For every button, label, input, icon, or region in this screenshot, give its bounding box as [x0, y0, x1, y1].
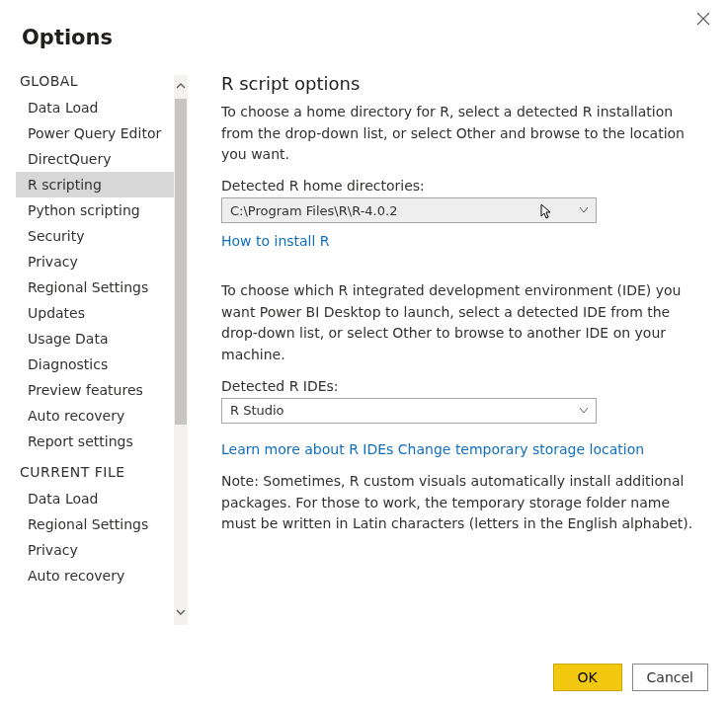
sidebar-item-security[interactable]: Security [16, 223, 188, 249]
scrollbar-thumb[interactable] [175, 99, 187, 425]
sidebar-section-global: GLOBAL [16, 67, 188, 95]
chevron-down-icon [580, 205, 588, 215]
panel-heading: R script options [221, 73, 708, 94]
sidebar-item-auto-recovery[interactable]: Auto recovery [16, 403, 188, 429]
sidebar-item-python-scripting[interactable]: Python scripting [16, 197, 188, 223]
sidebar-item-power-query-editor[interactable]: Power Query Editor [16, 120, 188, 146]
intro-text: To choose a home directory for R, select… [221, 102, 708, 166]
sidebar-item-report-settings[interactable]: Report settings [16, 429, 188, 454]
chevron-down-icon [580, 406, 588, 416]
close-icon[interactable] [692, 8, 714, 33]
sidebar-item-directquery[interactable]: DirectQuery [16, 146, 188, 172]
sidebar-item-r-scripting[interactable]: R scripting [16, 172, 174, 197]
dialog-title: Options [0, 0, 728, 67]
sidebar-item-diagnostics[interactable]: Diagnostics [16, 352, 188, 377]
ide-value: R Studio [230, 403, 284, 418]
sidebar-scrollbar[interactable] [174, 75, 188, 625]
ide-paragraph: To choose which R integrated development… [221, 280, 708, 366]
cursor-icon [540, 203, 554, 224]
sidebar-section-current-file: CURRENT FILE [16, 454, 188, 486]
sidebar-item-cf-regional-settings[interactable]: Regional Settings [16, 511, 188, 537]
home-dir-value: C:\Program Files\R\R-4.0.2 [230, 203, 397, 218]
ok-button[interactable]: OK [553, 664, 622, 691]
chevron-down-icon[interactable] [174, 603, 188, 623]
sidebar-item-cf-data-load[interactable]: Data Load [16, 486, 188, 511]
sidebar-item-usage-data[interactable]: Usage Data [16, 326, 188, 352]
home-dir-label: Detected R home directories: [221, 178, 708, 194]
ide-dropdown[interactable]: R Studio [221, 398, 597, 424]
sidebar-item-cf-auto-recovery[interactable]: Auto recovery [16, 563, 188, 588]
change-temp-storage-link[interactable]: Change temporary storage location [398, 441, 644, 457]
learn-more-ides-link[interactable]: Learn more about R IDEs [221, 441, 393, 457]
content-panel: R script options To choose a home direct… [188, 67, 728, 625]
sidebar-item-preview-features[interactable]: Preview features [16, 377, 188, 403]
sidebar-item-data-load[interactable]: Data Load [16, 95, 188, 120]
home-dir-dropdown[interactable]: C:\Program Files\R\R-4.0.2 [221, 197, 597, 223]
cancel-button[interactable]: Cancel [632, 664, 708, 691]
sidebar-item-updates[interactable]: Updates [16, 300, 188, 326]
chevron-up-icon[interactable] [174, 77, 188, 97]
sidebar-item-cf-privacy[interactable]: Privacy [16, 537, 188, 563]
sidebar-item-privacy[interactable]: Privacy [16, 249, 188, 274]
dialog-footer: OK Cancel [553, 664, 708, 691]
how-to-install-link[interactable]: How to install R [221, 233, 330, 249]
temp-storage-note: Note: Sometimes, R custom visuals automa… [221, 471, 708, 535]
ide-label: Detected R IDEs: [221, 378, 708, 394]
sidebar: GLOBAL Data Load Power Query Editor Dire… [0, 67, 188, 625]
sidebar-item-regional-settings[interactable]: Regional Settings [16, 274, 188, 300]
